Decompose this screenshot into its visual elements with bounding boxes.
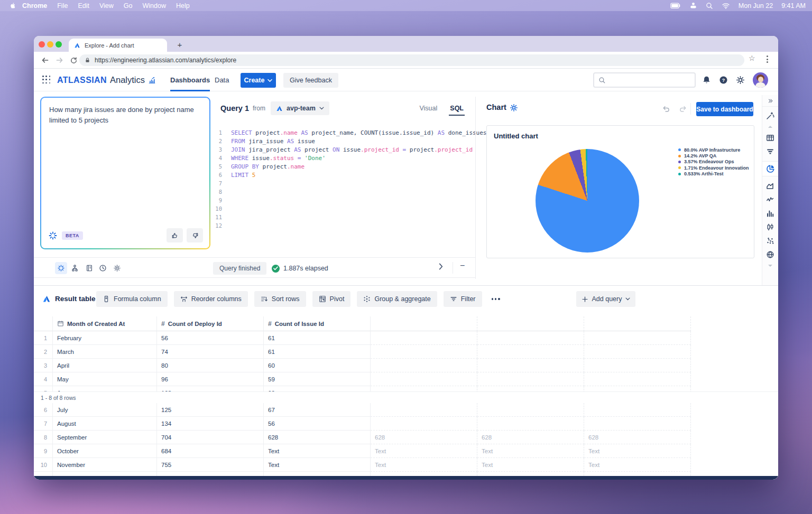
ghost-cell[interactable] [371, 472, 477, 476]
tab-visual[interactable]: Visual [419, 105, 437, 112]
table-row[interactable]: 4May9659 [34, 372, 691, 386]
ghost-cell[interactable] [371, 359, 477, 372]
table-cell[interactable]: 56 [264, 417, 371, 431]
table-chart-icon[interactable] [762, 134, 778, 142]
table-cell[interactable]: 125 [157, 403, 264, 417]
ghost-cell[interactable] [477, 345, 584, 359]
ghost-cell[interactable]: Text [584, 458, 691, 472]
table-cell[interactable] [53, 472, 157, 476]
history-icon[interactable] [98, 264, 107, 273]
menu-item-window[interactable]: Window [143, 2, 166, 10]
new-tab-button[interactable]: + [173, 38, 186, 51]
ghost-cell[interactable] [477, 372, 584, 386]
table-cell[interactable]: 60 [264, 359, 371, 372]
search-input[interactable] [593, 72, 696, 88]
datasource-selector[interactable]: avp-team [271, 101, 329, 115]
minimize-window-button[interactable] [47, 41, 53, 48]
expand-chevron-icon[interactable] [439, 263, 443, 270]
table-cell[interactable]: November [53, 458, 157, 472]
ghost-cell[interactable]: Text [477, 444, 584, 458]
menu-item-go[interactable]: Go [124, 2, 133, 10]
ai-mode-button[interactable] [55, 262, 67, 274]
tab-data[interactable]: Data [215, 69, 229, 91]
table-cell[interactable]: 704 [157, 431, 264, 444]
ghost-cell[interactable] [584, 331, 691, 345]
reorder-columns-button[interactable]: Reorder columns [174, 291, 248, 307]
sql-editor[interactable]: 1SELECT project.name AS project_name, CO… [210, 128, 472, 230]
tab-sql[interactable]: SQL [450, 105, 464, 112]
table-cell[interactable]: 67 [264, 403, 371, 417]
ghost-cell[interactable] [371, 417, 477, 431]
line-chart-icon[interactable] [762, 195, 778, 204]
pie-chart-icon[interactable] [762, 161, 778, 176]
scatter-chart-icon[interactable] [762, 237, 778, 245]
table-row[interactable]: 1February5661 [34, 331, 691, 345]
table-cell[interactable]: April [53, 359, 157, 372]
browser-tab[interactable]: Explore - Add chart [69, 39, 167, 52]
table-cell[interactable]: May [53, 372, 157, 386]
table-cell[interactable]: 74 [157, 345, 264, 359]
ghost-cell[interactable]: 628 [477, 431, 584, 444]
pivot-button[interactable]: Pivot [312, 291, 351, 307]
column-header-count-of-issue-id[interactable]: #Count of Issue Id [264, 316, 371, 331]
table-row[interactable]: 10November755TextTextTextText [34, 458, 691, 472]
spotlight-search-icon[interactable] [706, 2, 713, 10]
table-cell[interactable]: Text [264, 444, 371, 458]
legend-item[interactable]: 0.533% Arthi-Test [678, 171, 749, 177]
ghost-cell[interactable]: 628 [584, 431, 691, 444]
scroll-down-icon[interactable] [762, 264, 778, 267]
redo-icon[interactable] [679, 105, 687, 112]
notifications-bell-icon[interactable] [702, 75, 712, 85]
menu-item-file[interactable]: File [57, 2, 68, 10]
create-button[interactable]: Create [241, 73, 276, 88]
bar-chart-icon[interactable] [762, 209, 778, 218]
table-cell[interactable]: 80 [157, 359, 264, 372]
legend-item[interactable]: 80.0% AVP Infrastructure [678, 147, 749, 153]
settings-gear-icon[interactable] [735, 75, 745, 85]
reload-icon[interactable] [68, 54, 79, 66]
sort-rows-button[interactable]: Sort rows [254, 291, 306, 307]
table-cell[interactable]: 108 [157, 386, 264, 391]
boxplot-chart-icon[interactable] [762, 223, 778, 231]
table-cell[interactable]: 61 [264, 345, 371, 359]
nl-query-input[interactable]: How many jira issues are done by project… [41, 98, 209, 248]
ghost-cell[interactable] [371, 403, 477, 417]
table-cell[interactable]: 134 [157, 417, 264, 431]
table-cell[interactable]: 61 [264, 331, 371, 345]
ghost-cell[interactable]: Text [371, 458, 477, 472]
funnel-chart-icon[interactable] [762, 147, 778, 156]
table-cell[interactable]: 684 [157, 444, 264, 458]
back-icon[interactable] [39, 54, 51, 66]
table-cell[interactable]: October [53, 444, 157, 458]
column-header-count-of-deploy-id[interactable]: #Count of Deploy Id [157, 316, 264, 331]
notebook-icon[interactable] [85, 264, 94, 273]
formula-column-button[interactable]: Formula column [96, 291, 168, 307]
ghost-cell[interactable] [477, 472, 584, 476]
atlassian-analytics-logo[interactable]: ATLASSIAN Analytics [57, 69, 156, 91]
menu-item-chrome[interactable]: Chrome [22, 2, 47, 10]
query-settings-gear-icon[interactable] [113, 264, 122, 273]
menu-item-help[interactable]: Help [176, 2, 190, 10]
table-cell[interactable]: 628 [264, 431, 371, 444]
zoom-window-button[interactable] [56, 41, 62, 48]
map-chart-icon[interactable] [762, 250, 778, 259]
undo-icon[interactable] [662, 105, 670, 112]
table-cell[interactable]: 96 [157, 372, 264, 386]
table-cell[interactable]: June [53, 386, 157, 391]
table-cell[interactable] [157, 472, 264, 476]
collapse-minus-button[interactable]: − [460, 261, 465, 270]
save-to-dashboard-button[interactable]: Save to dashboard [696, 102, 753, 116]
thumbs-down-button[interactable] [187, 228, 203, 242]
more-options-button[interactable] [488, 291, 503, 307]
ghost-cell[interactable] [584, 472, 691, 476]
chart-title[interactable]: Untitled chart [494, 132, 538, 140]
legend-item[interactable]: 14.2% AVP QA [678, 153, 749, 158]
ghost-cell[interactable] [477, 359, 584, 372]
ghost-cell[interactable] [584, 417, 691, 431]
ghost-cell[interactable]: Text [584, 444, 691, 458]
thumbs-up-button[interactable] [167, 228, 183, 242]
table-cell[interactable]: 59 [264, 372, 371, 386]
ghost-cell[interactable] [371, 345, 477, 359]
ghost-cell[interactable] [477, 403, 584, 417]
user-switch-icon[interactable] [689, 2, 697, 9]
